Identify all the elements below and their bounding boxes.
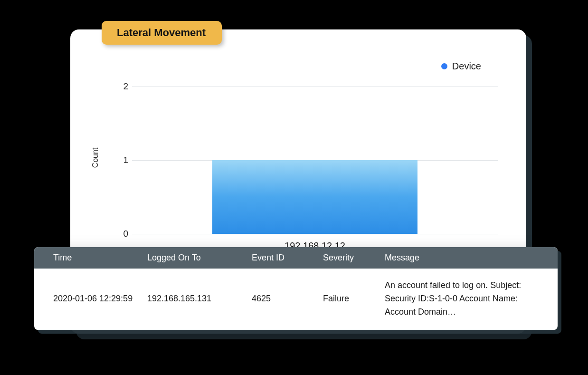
col-header-logged-on-to[interactable]: Logged On To [143,253,248,263]
y-tick: 0 [118,229,128,239]
gridline [132,87,498,87]
y-axis-label: Count [91,148,100,168]
table-row[interactable]: 2020-01-06 12:29:59 192.168.165.131 4625… [34,269,558,330]
chart-plot: 2 1 0 192.168.12.12 [132,87,498,234]
chart-legend: Device [441,61,481,72]
y-tick: 1 [118,155,128,165]
cell-event-id: 4625 [248,294,319,304]
chart-area: Device Count 2 1 0 192.168.12.12 [94,58,507,258]
gridline [132,234,498,234]
chip-label: Lateral Movement [117,27,206,38]
cell-time: 2020-01-06 12:29:59 [34,294,143,304]
legend-label: Device [452,61,481,72]
events-table: Time Logged On To Event ID Severity Mess… [34,247,558,330]
col-header-message[interactable]: Message [381,253,558,263]
y-tick: 2 [118,81,128,92]
table-header-row: Time Logged On To Event ID Severity Mess… [34,247,558,269]
legend-swatch-icon [441,63,447,69]
col-header-severity[interactable]: Severity [319,253,381,263]
col-header-time[interactable]: Time [34,253,143,263]
col-header-event-id[interactable]: Event ID [248,253,319,263]
cell-severity: Failure [319,294,381,304]
cell-logged-on-to: 192.168.165.131 [143,294,248,304]
lateral-movement-chip: Lateral Movement [102,21,222,45]
chart-bar[interactable] [212,160,417,234]
cell-message: An account failed to log on. Subject: Se… [381,279,558,319]
